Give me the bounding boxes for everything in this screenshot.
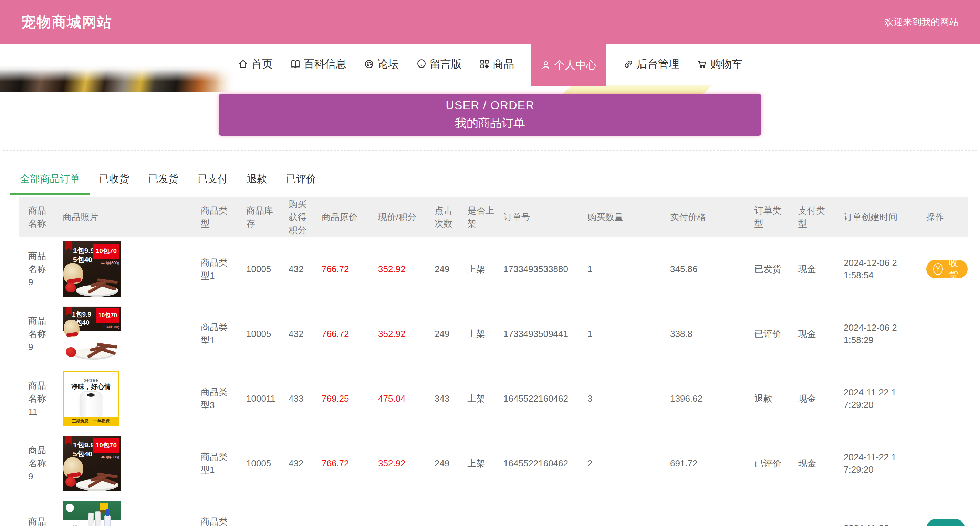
order-created-time: 2024-12-06 21:58:54 — [844, 257, 898, 281]
strawberry-image — [65, 477, 76, 487]
app-header: 宠物商城网站 欢迎来到我的网站 — [0, 0, 980, 44]
site-title: 宠物商城网站 — [21, 13, 112, 32]
cell-type: 商品类型1 — [197, 301, 242, 366]
row-action-button[interactable] — [926, 519, 965, 526]
cell-points — [285, 496, 318, 526]
tab-shipped[interactable]: 已发货 — [139, 167, 188, 194]
nav-item-home[interactable]: 首页 — [238, 57, 273, 71]
banner-subtitle: USER / ORDER — [445, 99, 535, 112]
cell-clicks: 249 — [430, 301, 463, 366]
column-header-name: 商品名称 — [19, 198, 59, 237]
page-banner: USER / ORDER 我的商品订单 — [219, 94, 761, 136]
tab-label: 全部商品订单 — [20, 173, 80, 184]
order-created-time: 2024-12-06 21:58:29 — [844, 321, 898, 346]
brand-logo-icon — [66, 504, 74, 512]
nav-item-label: 个人中心 — [554, 58, 597, 72]
receive-goods-button[interactable]: ¥收货 — [926, 260, 967, 278]
nav-item-label: 留言版 — [430, 57, 462, 71]
grid-icon — [479, 59, 490, 70]
column-header-clicks: 点击次数 — [430, 198, 463, 237]
product-photo: 1包9.95包4010包70牛肉棒500g — [63, 306, 121, 361]
column-header-photo: 商品照片 — [59, 198, 197, 237]
table-row: 商品名称耳螨套装商品类型2024-11-22 — [19, 496, 967, 526]
tab-reviewed[interactable]: 已评价 — [277, 167, 326, 194]
cell-name: 商品名称9 — [19, 301, 59, 366]
column-header-price_current: 现价/积分 — [374, 198, 430, 237]
column-header-type: 商品类型 — [197, 198, 242, 237]
table-row: 商品名称91包9.95包4010包70牛肉棒500g商品类型1100054327… — [19, 301, 967, 366]
cell-quantity: 1 — [583, 301, 666, 366]
column-header-order_no: 订单号 — [499, 198, 583, 237]
nav-item-label: 百科信息 — [304, 57, 347, 71]
cell-paid: 691.72 — [666, 431, 750, 496]
table-header-row: 商品名称商品照片商品类型商品库存购买获得积分商品原价现价/积分点击次数是否上架订… — [19, 198, 967, 237]
cell-on_shelf: 上架 — [463, 431, 499, 496]
nav-item-goods[interactable]: 商品 — [479, 57, 514, 71]
photo-title: 耳螨套装 — [66, 522, 91, 526]
cell-action — [922, 366, 967, 431]
palette-icon — [364, 59, 375, 70]
cell-action — [922, 496, 967, 526]
cell-pay_type: 现金 — [794, 237, 840, 301]
column-header-pay_type: 支付类型 — [794, 198, 840, 237]
cell-price_current: 475.04 — [374, 366, 430, 431]
order-created-time: 2024-11-22 — [844, 522, 898, 526]
tab-paid[interactable]: 已支付 — [188, 167, 237, 194]
cell-pay_type: 现金 — [794, 431, 840, 496]
main-nav: 首页百科信息论坛留言版商品个人中心后台管理购物车 — [0, 44, 980, 84]
cell-on_shelf: 上架 — [463, 366, 499, 431]
tab-refund[interactable]: 退款 — [237, 167, 277, 194]
cell-created: 2024-11-22 17:29:20 — [840, 366, 922, 431]
nav-item-forum[interactable]: 论坛 — [364, 57, 399, 71]
nav-item-user[interactable]: 个人中心 — [531, 44, 606, 86]
column-header-quantity: 购买数量 — [583, 198, 666, 237]
cell-created: 2024-12-06 21:58:54 — [840, 237, 922, 301]
tab-received[interactable]: 已收货 — [89, 167, 139, 194]
cart-icon — [697, 59, 708, 70]
nav-item-admin[interactable]: 后台管理 — [623, 57, 679, 71]
cell-photo: petree净味，好心情三期免息一年质保 — [59, 366, 197, 431]
product-photo: 1包9.95包4010包70牛肉棒500g — [63, 241, 121, 296]
cell-quantity — [583, 496, 666, 526]
message-icon — [416, 59, 427, 70]
cell-pay_type: 现金 — [794, 301, 840, 366]
page-title: 我的商品订单 — [455, 115, 525, 131]
tab-label: 已发货 — [148, 173, 178, 184]
cell-quantity: 2 — [583, 431, 666, 496]
cell-type: 商品类型1 — [197, 237, 242, 301]
column-header-action: 操作 — [922, 198, 967, 237]
cell-paid: 345.86 — [666, 237, 750, 301]
cell-order_type: 已发货 — [750, 237, 794, 301]
cell-on_shelf — [463, 496, 499, 526]
cell-price_current: 352.92 — [374, 301, 430, 366]
cell-action — [922, 301, 967, 366]
cell-price_original — [318, 496, 374, 526]
cell-photo: 1包9.95包4010包70牛肉棒500g — [59, 237, 197, 301]
nav-item-label: 后台管理 — [637, 57, 679, 71]
orders-table: 商品名称商品照片商品类型商品库存购买获得积分商品原价现价/积分点击次数是否上架订… — [19, 198, 967, 526]
nav-item-wiki[interactable]: 百科信息 — [290, 57, 347, 71]
cell-clicks: 343 — [430, 366, 463, 431]
cell-stock: 10005 — [242, 431, 285, 496]
product-photo: petree净味，好心情三期免息一年质保 — [63, 371, 119, 426]
column-header-created: 订单创建时间 — [840, 198, 922, 237]
user-icon — [540, 60, 551, 71]
cell-order_no: 1645522160462 — [499, 366, 583, 431]
cell-clicks: 249 — [430, 431, 463, 496]
cell-price_current — [374, 496, 430, 526]
cell-clicks — [430, 496, 463, 526]
orders-table-body: 商品名称91包9.95包4010包70牛肉棒500g商品类型1100054327… — [19, 237, 967, 526]
cell-on_shelf: 上架 — [463, 301, 499, 366]
cell-photo: 耳螨套装 — [59, 496, 197, 526]
column-header-on_shelf: 是否上架 — [463, 198, 499, 237]
nav-item-cart[interactable]: 购物车 — [697, 57, 742, 71]
nav-item-label: 论坛 — [377, 57, 399, 71]
strawberry-image — [65, 283, 76, 292]
cell-points: 432 — [285, 301, 318, 366]
cell-pay_type — [794, 496, 840, 526]
column-header-stock: 商品库存 — [242, 198, 285, 237]
nav-item-message[interactable]: 留言版 — [416, 57, 462, 71]
nav-item-label: 商品 — [493, 57, 514, 71]
cell-order_no: 1733493533880 — [499, 237, 583, 301]
tab-all[interactable]: 全部商品订单 — [10, 167, 89, 194]
